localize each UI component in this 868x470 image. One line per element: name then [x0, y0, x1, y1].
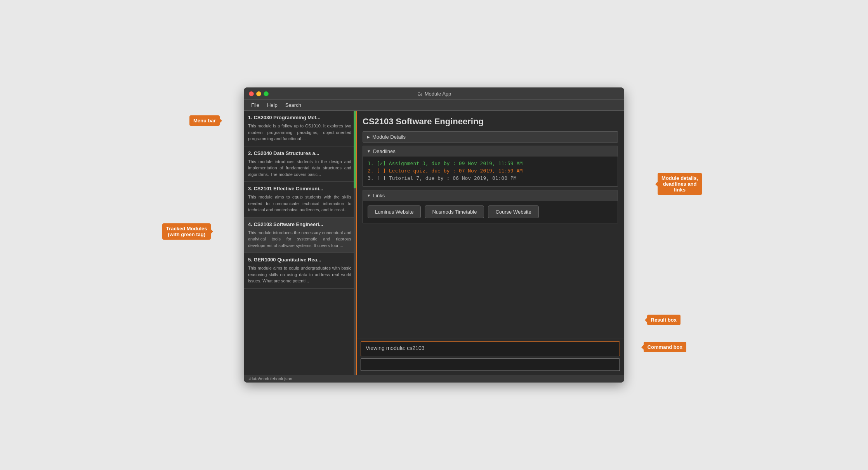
- result-text: Viewing module: cs2103: [366, 345, 425, 351]
- annotation-result-box: Result box: [647, 315, 681, 325]
- links-body: Luminus Website Nusmods Timetable Course…: [363, 201, 618, 223]
- module-details-section: ▶ Module Details: [363, 131, 618, 143]
- annotation-tracked-label: Tracked Modules(with green tag): [166, 226, 207, 237]
- module-item[interactable]: 4. CS2103 Software Engineeri... This mod…: [244, 218, 356, 253]
- module-item-desc: This module aims to equip undergraduates…: [248, 265, 351, 284]
- module-item[interactable]: 5. GER1000 Quantitative Rea... This modu…: [244, 253, 356, 289]
- minimize-button[interactable]: [256, 91, 261, 96]
- deadlines-body: 1. [✓] Assignment 3, due by : 09 Nov 201…: [363, 157, 618, 186]
- app-icon: 🗂: [417, 91, 422, 97]
- deadlines-section: ▼ Deadlines 1. [✓] Assignment 3, due by …: [363, 146, 618, 187]
- module-detail-area: CS2103 Software Engineering ▶ Module Det…: [357, 111, 624, 338]
- app-window: 🗂 Module App File Help Search 1. CS2030 …: [244, 87, 624, 383]
- module-details-label: Module Details: [372, 134, 406, 140]
- scrollbar-thumb[interactable]: [354, 111, 356, 188]
- maximize-button[interactable]: [264, 91, 269, 96]
- nusmods-timetable-button[interactable]: Nusmods Timetable: [425, 205, 484, 218]
- menu-search[interactable]: Search: [281, 101, 305, 109]
- annotation-command-box: Command box: [644, 342, 686, 352]
- menubar: File Help Search: [244, 100, 624, 111]
- close-button[interactable]: [249, 91, 254, 96]
- command-box[interactable]: [361, 359, 620, 371]
- right-panel: CS2103 Software Engineering ▶ Module Det…: [357, 111, 624, 375]
- module-item-desc: This module introduces the necessary con…: [248, 230, 351, 249]
- window-title: 🗂 Module App: [417, 91, 451, 97]
- module-list: 1. CS2030 Programming Met... This module…: [244, 111, 356, 375]
- module-item-header: 4. CS2103 Software Engineeri...: [248, 221, 351, 227]
- module-item[interactable]: 2. CS2040 Data Structures a... This modu…: [244, 146, 356, 182]
- annotation-details-label: Module details,deadlines andlinks: [661, 175, 698, 193]
- annotation-module-details: Module details,deadlines andlinks: [658, 173, 702, 195]
- module-item-desc: This module is a follow up to CS1010. It…: [248, 123, 351, 142]
- module-details-arrow: ▶: [367, 135, 370, 139]
- links-section: ▼ Links Luminus Website Nusmods Timetabl…: [363, 190, 618, 223]
- deadlines-label: Deadlines: [373, 148, 396, 154]
- course-website-button[interactable]: Course Website: [488, 205, 538, 218]
- main-content: 1. CS2030 Programming Met... This module…: [244, 111, 624, 375]
- module-details-header[interactable]: ▶ Module Details: [363, 132, 618, 142]
- statusbar-text: ./data/modulebook.json: [248, 376, 292, 381]
- traffic-lights: [249, 91, 269, 96]
- annotation-tracked-modules: Tracked Modules(with green tag): [162, 223, 211, 240]
- module-item-header: 1. CS2030 Programming Met...: [248, 115, 351, 120]
- module-item[interactable]: 1. CS2030 Programming Met... This module…: [244, 111, 356, 146]
- luminus-website-button[interactable]: Luminus Website: [368, 205, 421, 218]
- deadline-item: 2. [-] Lecture quiz, due by : 07 Nov 201…: [368, 168, 613, 174]
- command-input[interactable]: [365, 362, 616, 368]
- deadline-item: 3. [ ] Tutorial 7, due by : 06 Nov 2019,…: [368, 175, 613, 181]
- result-box: Viewing module: cs2103: [361, 341, 620, 356]
- links-header[interactable]: ▼ Links: [363, 190, 618, 201]
- module-item-desc: This module introduces students to the d…: [248, 158, 351, 178]
- left-panel: 1. CS2030 Programming Met... This module…: [244, 111, 357, 375]
- window-title-text: Module App: [425, 91, 451, 97]
- annotation-menu-bar: Menu bar: [189, 115, 220, 126]
- deadline-item: 1. [✓] Assignment 3, due by : 09 Nov 201…: [368, 160, 613, 166]
- module-item-desc: This module aims to equip students with …: [248, 194, 351, 213]
- module-item-header: 2. CS2040 Data Structures a...: [248, 150, 351, 156]
- titlebar: 🗂 Module App: [244, 88, 624, 100]
- module-item-header: 5. GER1000 Quantitative Rea...: [248, 257, 351, 263]
- module-detail-title: CS2103 Software Engineering: [363, 117, 618, 127]
- scrollbar-track: [354, 111, 356, 375]
- deadlines-header[interactable]: ▼ Deadlines: [363, 146, 618, 157]
- deadlines-arrow: ▼: [367, 149, 371, 153]
- menu-file[interactable]: File: [247, 101, 263, 109]
- statusbar: ./data/modulebook.json: [244, 375, 624, 382]
- links-label: Links: [373, 193, 385, 198]
- links-arrow: ▼: [367, 193, 371, 198]
- module-item-header: 3. CS2101 Effective Communi...: [248, 186, 351, 191]
- module-item[interactable]: 3. CS2101 Effective Communi... This modu…: [244, 182, 356, 218]
- menu-help[interactable]: Help: [263, 101, 281, 109]
